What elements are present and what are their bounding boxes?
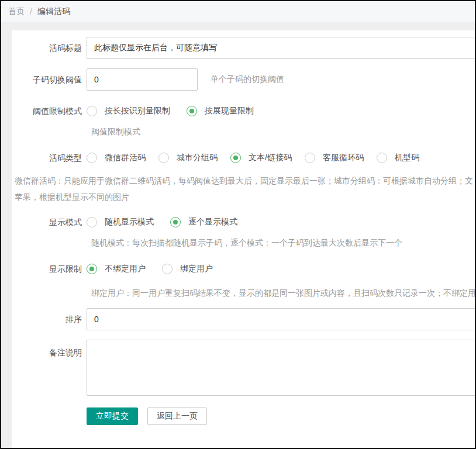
display-mode-option-random[interactable]: 随机显示模式 (87, 217, 154, 227)
sort-label: 排序 (12, 308, 87, 330)
breadcrumb: 首页 / 编辑活码 (1, 1, 475, 22)
form-row-switch-threshold: 子码切换阈值 单个子码的切换阈值 (12, 68, 475, 91)
radio-unchecked-icon[interactable] (87, 153, 97, 163)
remark-label: 备注说明 (12, 340, 87, 358)
radio-checked-icon[interactable] (230, 153, 241, 163)
radio-checked-icon[interactable] (187, 106, 197, 116)
display-limit-hint-row: 绑定用户：同一用户重复扫码结果不变，显示的都是同一张图片或内容，且扫码次数只记录… (12, 287, 475, 299)
switch-threshold-label: 子码切换阈值 (12, 68, 87, 91)
form-row-code-type: 活码类型 微信群活码 城市分组码 文本/链接码 客服循环码 (12, 147, 475, 169)
breadcrumb-home-link[interactable]: 首页 (8, 6, 25, 17)
threshold-mode-hint: 阀值限制模式 (91, 126, 475, 137)
edit-form-panel: 活码标题 子码切换阈值 单个子码的切换阈值 阈值限制模式 按长按识别量限制 (12, 30, 475, 448)
form-row-threshold-mode: 阈值限制模式 按长按识别量限制 按展现量限制 (12, 100, 475, 122)
title-label: 活码标题 (12, 37, 87, 59)
display-mode-hint: 随机模式：每次扫描都随机显示子码，逐个模式：一个子码到达最大次数后显示下一个 (91, 237, 475, 248)
radio-checked-icon[interactable] (170, 217, 181, 227)
back-button[interactable]: 返回上一页 (147, 407, 207, 425)
code-type-option-text-link[interactable]: 文本/链接码 (230, 153, 292, 163)
code-type-description-line2: 苹果，根据机型显示不同的图片 (15, 189, 475, 205)
form-row-title: 活码标题 (12, 37, 475, 59)
submit-button[interactable]: 立即提交 (87, 407, 138, 425)
form-row-display-mode: 显示模式 随机显示模式 逐个显示模式 (12, 211, 475, 233)
display-limit-hint: 绑定用户：同一用户重复扫码结果不变，显示的都是同一张图片或内容，且扫码次数只记录… (91, 287, 475, 299)
threshold-mode-option-impression[interactable]: 按展现量限制 (187, 106, 254, 116)
remark-textarea[interactable] (87, 340, 475, 396)
display-limit-label: 显示限制 (12, 258, 87, 280)
code-type-option-service-loop[interactable]: 客服循环码 (305, 153, 364, 163)
sort-input[interactable] (87, 308, 475, 330)
form-row-display-limit: 显示限制 不绑定用户 绑定用户 (12, 258, 475, 280)
breadcrumb-current: 编辑活码 (37, 6, 70, 17)
form-row-remark: 备注说明 (12, 340, 475, 396)
radio-checked-icon[interactable] (87, 264, 97, 274)
breadcrumb-separator: / (30, 7, 32, 16)
title-input[interactable] (87, 37, 475, 59)
threshold-mode-hint-row: 阀值限制模式 (12, 126, 475, 137)
radio-unchecked-icon[interactable] (158, 153, 169, 163)
display-mode-hint-row: 随机模式：每次扫描都随机显示子码，逐个模式：一个子码到达最大次数后显示下一个 (12, 237, 475, 248)
radio-unchecked-icon[interactable] (305, 153, 315, 163)
page-background: 活码标题 子码切换阈值 单个子码的切换阈值 阈值限制模式 按长按识别量限制 (1, 22, 475, 448)
display-mode-option-sequential[interactable]: 逐个显示模式 (170, 217, 237, 227)
radio-unchecked-icon[interactable] (87, 106, 97, 116)
radio-unchecked-icon[interactable] (162, 264, 173, 274)
radio-unchecked-icon[interactable] (377, 153, 387, 163)
code-type-description: 微信群活码：只能应用于微信群二维码活码，每码阀值达到最大后，固定显示最后一张；城… (12, 172, 475, 205)
display-mode-label: 显示模式 (12, 211, 87, 233)
code-type-label: 活码类型 (12, 147, 87, 169)
form-row-sort: 排序 (12, 308, 475, 330)
radio-unchecked-icon[interactable] (87, 217, 97, 227)
display-limit-option-bound[interactable]: 绑定用户 (162, 264, 213, 274)
code-type-description-line1: 微信群活码：只能应用于微信群二维码活码，每码阀值达到最大后，固定显示最后一张；城… (15, 172, 475, 189)
threshold-mode-option-recognition[interactable]: 按长按识别量限制 (87, 106, 170, 116)
code-type-option-device-model[interactable]: 机型码 (377, 153, 419, 163)
form-actions: 立即提交 返回上一页 (12, 407, 475, 425)
threshold-mode-label: 阈值限制模式 (12, 100, 87, 122)
code-type-option-wechat-group[interactable]: 微信群活码 (87, 153, 146, 163)
switch-threshold-input[interactable] (87, 68, 198, 91)
code-type-option-city-group[interactable]: 城市分组码 (158, 153, 218, 163)
switch-threshold-hint: 单个子码的切换阈值 (211, 74, 284, 85)
display-limit-option-unbound[interactable]: 不绑定用户 (87, 264, 146, 274)
